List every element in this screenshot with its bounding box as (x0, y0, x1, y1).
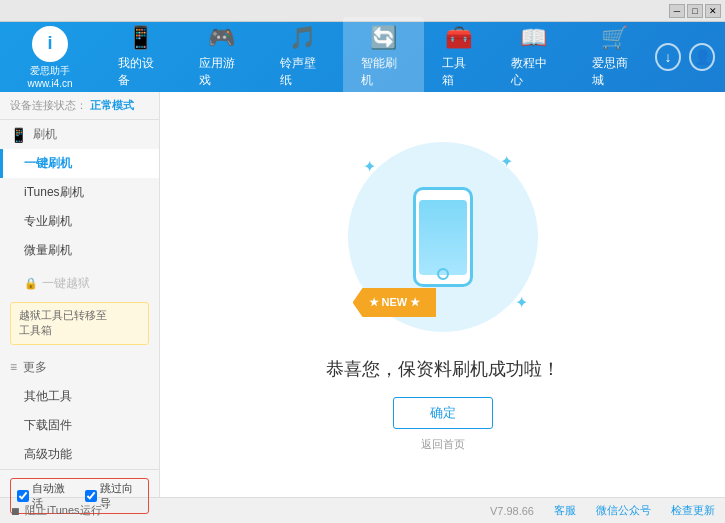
more-section: ≡ 更多 其他工具 下载固件 高级功能 (0, 353, 159, 469)
nav-item-toolbox[interactable]: 🧰 工具箱 (424, 17, 494, 97)
more-group-label: 更多 (23, 359, 47, 376)
logo-name: 爱思助手 (30, 64, 70, 78)
stop-itunes-button[interactable]: 阻止iTunes运行 (25, 503, 102, 518)
main-content: ✦ ✦ ✦ ★ NEW ★ 恭喜您，保资料刷机成功啦！ 确定 返回首页 (160, 92, 725, 497)
flash-section: 📱 刷机 一键刷机 iTunes刷机 专业刷机 微量刷机 (0, 120, 159, 265)
nav-item-my-device[interactable]: 📱 我的设备 (100, 17, 181, 97)
flash-group-icon: 📱 (10, 127, 27, 143)
sidebar-item-battery-flash[interactable]: 微量刷机 (0, 236, 159, 265)
ribbon-stars: ★ NEW ★ (369, 296, 421, 309)
sidebar-item-pro-flash[interactable]: 专业刷机 (0, 207, 159, 236)
pro-flash-label: 专业刷机 (24, 214, 72, 228)
close-button[interactable]: ✕ (705, 4, 721, 18)
download-firmware-label: 下载固件 (24, 418, 72, 432)
user-button[interactable]: 👤 (689, 43, 715, 71)
window-controls: ─ □ ✕ (669, 4, 721, 18)
minimize-button[interactable]: ─ (669, 4, 685, 18)
logo-url: www.i4.cn (27, 78, 72, 89)
sidebar-item-itunes-flash[interactable]: iTunes刷机 (0, 178, 159, 207)
sidebar-item-other-tools[interactable]: 其他工具 (0, 382, 159, 411)
nav-label-ringtones: 铃声壁纸 (280, 55, 325, 89)
jailbreak-section: 🔒 一键越狱 越狱工具已转移至工具箱 (0, 269, 159, 349)
lock-icon: 🔒 (24, 277, 38, 290)
nav-label-toolbox: 工具箱 (442, 55, 476, 89)
auto-detect-input[interactable] (17, 490, 29, 502)
success-message: 恭喜您，保资料刷机成功啦！ (326, 357, 560, 381)
shop-icon: 🛒 (601, 25, 628, 51)
phone-illustration (413, 187, 473, 287)
sparkle-1-icon: ✦ (363, 157, 376, 176)
skip-wizard-input[interactable] (85, 490, 97, 502)
jailbreak-note: 越狱工具已转移至工具箱 (10, 302, 149, 345)
itunes-flash-label: iTunes刷机 (24, 185, 84, 199)
phone-screen (419, 200, 467, 275)
sidebar-item-advanced[interactable]: 高级功能 (0, 440, 159, 469)
advanced-label: 高级功能 (24, 447, 72, 461)
customer-service-link[interactable]: 客服 (554, 503, 576, 518)
nav-item-smart-flash[interactable]: 🔄 智能刷机 (343, 17, 424, 97)
header-right: ↓ 👤 (655, 43, 725, 71)
my-device-icon: 📱 (127, 25, 154, 51)
nav-bar: 📱 我的设备 🎮 应用游戏 🎵 铃声壁纸 🔄 智能刷机 🧰 工具箱 📖 教程中心… (100, 17, 655, 97)
back-to-top-link[interactable]: 返回首页 (421, 437, 465, 452)
jailbreak-label: 一键越狱 (42, 275, 90, 292)
more-group-header: ≡ 更多 (0, 353, 159, 382)
one-click-flash-label: 一键刷机 (24, 156, 72, 170)
version-label: V7.98.66 (490, 505, 534, 517)
logo-icon: i (32, 26, 68, 62)
check-update-link[interactable]: 检查更新 (671, 503, 715, 518)
stop-icon: ⏹ (10, 505, 21, 517)
logo-area[interactable]: i 爱思助手 www.i4.cn (0, 26, 100, 89)
phone-home-button (437, 268, 449, 280)
main-area: 设备连接状态： 正常模式 📱 刷机 一键刷机 iTunes刷机 专业刷机 微量刷… (0, 92, 725, 497)
bottom-left: ⏹ 阻止iTunes运行 (10, 503, 490, 518)
toolbox-icon: 🧰 (445, 25, 472, 51)
sidebar-item-one-click-flash[interactable]: 一键刷机 (0, 149, 159, 178)
ringtones-icon: 🎵 (289, 25, 316, 51)
sparkle-3-icon: ✦ (515, 293, 528, 312)
more-group-icon: ≡ (10, 360, 17, 374)
success-visual: ✦ ✦ ✦ ★ NEW ★ (343, 137, 543, 337)
battery-flash-label: 微量刷机 (24, 243, 72, 257)
nav-item-ringtones[interactable]: 🎵 铃声壁纸 (262, 17, 343, 97)
sidebar-item-download-firmware[interactable]: 下载固件 (0, 411, 159, 440)
nav-label-smart-flash: 智能刷机 (361, 55, 406, 89)
apps-games-icon: 🎮 (208, 25, 235, 51)
ribbon-shape: ★ NEW ★ (353, 288, 437, 317)
nav-item-tutorials[interactable]: 📖 教程中心 (493, 17, 574, 97)
sidebar: 设备连接状态： 正常模式 📱 刷机 一键刷机 iTunes刷机 专业刷机 微量刷… (0, 92, 160, 497)
status-value: 正常模式 (90, 99, 134, 111)
nav-label-tutorials: 教程中心 (511, 55, 556, 89)
flash-group-label: 刷机 (33, 126, 57, 143)
status-bar-top: 设备连接状态： 正常模式 (0, 92, 159, 120)
header: i 爱思助手 www.i4.cn 📱 我的设备 🎮 应用游戏 🎵 铃声壁纸 🔄 … (0, 22, 725, 92)
other-tools-label: 其他工具 (24, 389, 72, 403)
nav-label-apps-games: 应用游戏 (199, 55, 244, 89)
jailbreak-header: 🔒 一键越狱 (0, 269, 159, 298)
download-button[interactable]: ↓ (655, 43, 681, 71)
nav-item-shop[interactable]: 🛒 爱思商城 (574, 17, 655, 97)
phone-body (413, 187, 473, 287)
nav-item-apps-games[interactable]: 🎮 应用游戏 (181, 17, 262, 97)
confirm-button[interactable]: 确定 (393, 397, 493, 429)
restore-button[interactable]: □ (687, 4, 703, 18)
sparkle-2-icon: ✦ (500, 152, 513, 171)
flash-group-header: 📱 刷机 (0, 120, 159, 149)
wechat-link[interactable]: 微信公众号 (596, 503, 651, 518)
tutorials-icon: 📖 (520, 25, 547, 51)
nav-label-shop: 爱思商城 (592, 55, 637, 89)
smart-flash-icon: 🔄 (370, 25, 397, 51)
new-ribbon: ★ NEW ★ (353, 288, 437, 317)
status-label: 设备连接状态： (10, 99, 87, 111)
bottom-right: V7.98.66 客服 微信公众号 检查更新 (490, 503, 715, 518)
nav-label-my-device: 我的设备 (118, 55, 163, 89)
